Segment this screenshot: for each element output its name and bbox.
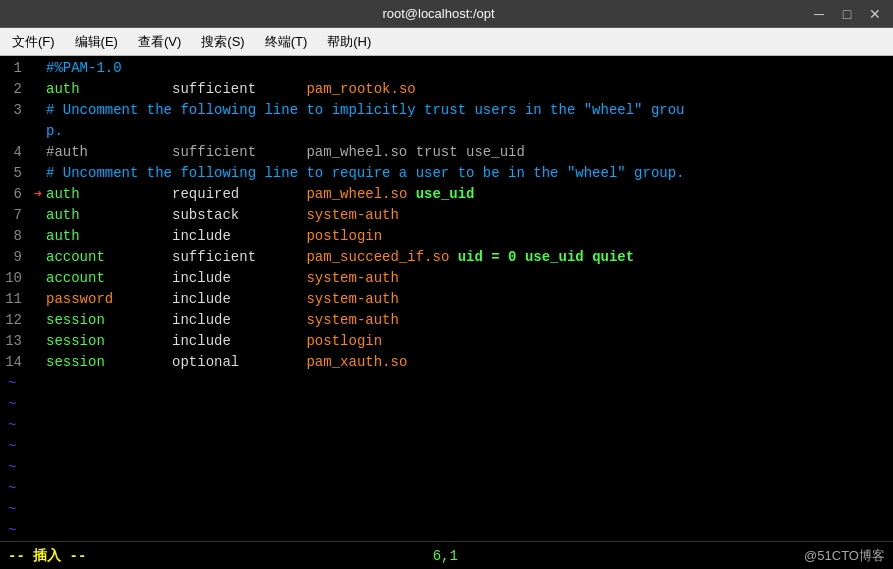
menu-view[interactable]: 查看(V) xyxy=(130,31,189,53)
menu-help[interactable]: 帮助(H) xyxy=(319,31,379,53)
line-8: 8 auth include postlogin xyxy=(0,226,893,247)
line-3-cont: p. xyxy=(0,121,893,142)
tilde-8: ~ xyxy=(0,520,893,541)
tilde-2: ~ xyxy=(0,394,893,415)
tilde-3: ~ xyxy=(0,415,893,436)
line-9: 9 account sufficient pam_succeed_if.so u… xyxy=(0,247,893,268)
line-4: 4 #auth sufficient pam_wheel.so trust us… xyxy=(0,142,893,163)
titlebar-title: root@localhost:/opt xyxy=(68,6,809,21)
tilde-5: ~ xyxy=(0,457,893,478)
brand-label: @51CTO博客 xyxy=(804,547,885,565)
titlebar-controls: ─ □ ✕ xyxy=(809,6,885,22)
line-13: 13 session include postlogin xyxy=(0,331,893,352)
tilde-6: ~ xyxy=(0,478,893,499)
tilde-4: ~ xyxy=(0,436,893,457)
close-button[interactable]: ✕ xyxy=(865,6,885,22)
menu-search[interactable]: 搜索(S) xyxy=(193,31,252,53)
line-1: 1 #%PAM-1.0 xyxy=(0,58,893,79)
line-14: 14 session optional pam_xauth.so xyxy=(0,352,893,373)
editor[interactable]: 1 #%PAM-1.0 2 auth sufficient pam_rootok… xyxy=(0,56,893,541)
menu-terminal[interactable]: 终端(T) xyxy=(257,31,316,53)
line-2: 2 auth sufficient pam_rootok.so xyxy=(0,79,893,100)
line-3: 3 # Uncomment the following line to impl… xyxy=(0,100,893,121)
titlebar: root@localhost:/opt ─ □ ✕ xyxy=(0,0,893,28)
statusbar: -- 插入 -- 6,1 @51CTO博客 xyxy=(0,541,893,569)
line-6: 6 ➔ auth required pam_wheel.so use_uid xyxy=(0,184,893,205)
tilde-1: ~ xyxy=(0,373,893,394)
line-5: 5 # Uncomment the following line to requ… xyxy=(0,163,893,184)
maximize-button[interactable]: □ xyxy=(837,6,857,22)
menu-edit[interactable]: 编辑(E) xyxy=(67,31,126,53)
menu-file[interactable]: 文件(F) xyxy=(4,31,63,53)
line-7: 7 auth substack system-auth xyxy=(0,205,893,226)
menubar: 文件(F) 编辑(E) 查看(V) 搜索(S) 终端(T) 帮助(H) xyxy=(0,28,893,56)
insert-mode-indicator: -- 插入 -- xyxy=(8,547,86,565)
line-11: 11 password include system-auth xyxy=(0,289,893,310)
cursor-position: 6,1 xyxy=(433,548,458,564)
tilde-7: ~ xyxy=(0,499,893,520)
line-10: 10 account include system-auth xyxy=(0,268,893,289)
minimize-button[interactable]: ─ xyxy=(809,6,829,22)
line-12: 12 session include system-auth xyxy=(0,310,893,331)
